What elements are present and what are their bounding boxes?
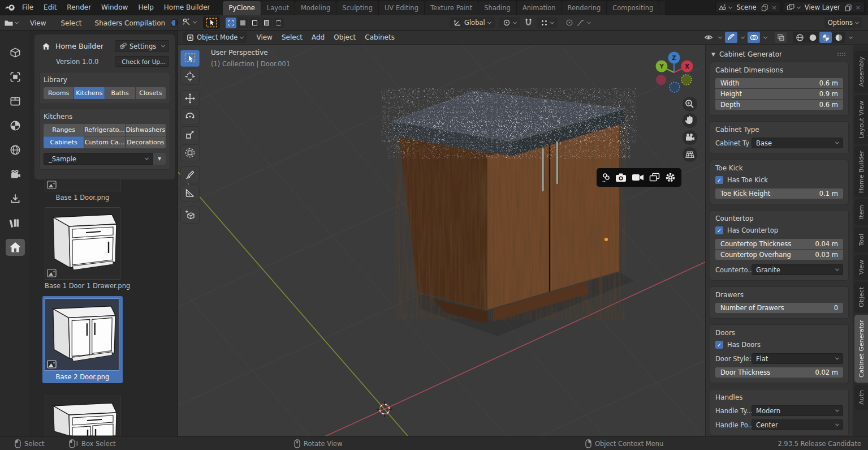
shading-solid-icon[interactable] <box>806 32 819 43</box>
snap-target-dropdown[interactable] <box>537 17 558 28</box>
video-camera-icon[interactable] <box>632 173 644 182</box>
library-icon[interactable] <box>6 215 25 232</box>
tab-tool[interactable]: Tool <box>854 228 868 252</box>
door-style-dropdown[interactable]: Flat <box>752 353 843 364</box>
height-slider[interactable]: Height0.9 m <box>715 89 843 99</box>
tab-cabinet-generator[interactable]: Cabinet Generator <box>854 315 868 383</box>
asset-item-selected[interactable]: Base 2 Door.png <box>42 296 123 383</box>
menu-edit[interactable]: Edit <box>38 3 62 11</box>
select-mode-extend[interactable] <box>237 18 248 28</box>
menu-render[interactable]: Render <box>62 3 96 11</box>
toe-kick-height-slider[interactable]: Toe Kick Height0.1 m <box>715 188 843 199</box>
tab-layout-view[interactable]: Layout View <box>854 95 868 144</box>
workspace-tab-sculpting[interactable]: Sculpting <box>336 1 379 15</box>
shading-wireframe-icon[interactable] <box>793 32 806 43</box>
visibility-dropdown[interactable] <box>716 32 724 43</box>
output-icon[interactable] <box>6 93 25 110</box>
editor-type-button[interactable] <box>4 19 18 27</box>
category-decorations[interactable]: Decorations <box>126 136 166 148</box>
collection-preset-button[interactable]: ▼ <box>153 153 166 165</box>
render-icon[interactable] <box>6 68 25 85</box>
category-custom[interactable]: Custom Ca... <box>84 136 124 148</box>
world-icon[interactable] <box>6 142 25 158</box>
gizmo-dropdown[interactable] <box>739 32 746 43</box>
library-tab-baths[interactable]: Baths <box>105 87 135 99</box>
workspace-tab-texture-paint[interactable]: Texture Paint <box>425 1 478 15</box>
check-update-button[interactable]: Check for Up... <box>115 56 169 67</box>
tool-measure[interactable] <box>180 185 200 202</box>
tool-dropdown[interactable] <box>182 17 196 27</box>
tab-assembly[interactable]: Assembly <box>854 51 868 93</box>
object-visibility-icon[interactable] <box>702 32 715 43</box>
overlays-dropdown[interactable] <box>761 32 769 43</box>
pan-hand-button[interactable] <box>683 113 697 128</box>
library-tab-kitchens[interactable]: Kitchens <box>74 87 104 99</box>
select-mode-set[interactable] <box>226 18 236 28</box>
tool-add-cube[interactable] <box>180 207 200 224</box>
door-thickness-slider[interactable]: Door Thickness0.02 m <box>715 367 843 378</box>
download-icon[interactable] <box>6 190 25 207</box>
panel-header[interactable]: ▼ Cabinet Generator <box>706 45 853 62</box>
workspace-tab-modeling[interactable]: Modeling <box>295 1 336 15</box>
asset-item[interactable]: Base 1 Door.png <box>45 179 120 202</box>
workspace-tab-rendering[interactable]: Rendering <box>562 1 607 15</box>
collection-dropdown[interactable]: _Sample <box>44 153 153 165</box>
workspace-tab-layout[interactable]: Layout <box>261 1 295 15</box>
settings-gear-icon[interactable] <box>665 172 676 183</box>
library-tab-rooms[interactable]: Rooms <box>44 87 74 99</box>
has-countertop-checkbox[interactable]: ✓Has Countertop <box>715 226 843 234</box>
texture-icon[interactable] <box>6 117 25 134</box>
switch-projection-button[interactable] <box>683 147 697 162</box>
scene-selector[interactable]: Scene × <box>715 2 780 13</box>
gizmo-axis-z-neg[interactable] <box>670 82 680 92</box>
select-mode-intersect[interactable] <box>273 18 284 28</box>
movie-camera-icon[interactable] <box>6 166 25 183</box>
camera-view-button[interactable] <box>683 130 697 145</box>
panel-grip-icon[interactable] <box>837 52 847 57</box>
countertop-thickness-slider[interactable]: Countertop Thickness0.04 m <box>715 239 843 249</box>
tool-rotate[interactable] <box>180 108 200 125</box>
show-gizmo-icon[interactable] <box>725 32 737 43</box>
tool-move[interactable] <box>180 90 200 107</box>
workspace-tab-pyclone[interactable]: PyClone <box>223 1 261 15</box>
library-tab-closets[interactable]: Closets <box>136 87 166 99</box>
viewport-menu-object[interactable]: Object <box>329 33 360 41</box>
handle-type-dropdown[interactable]: Modern <box>752 405 843 416</box>
handle-position-dropdown[interactable]: Center <box>752 419 843 430</box>
gizmo-axis-x-neg[interactable] <box>656 75 666 85</box>
asset-item[interactable]: Base 1 Door 1 Drawer.png <box>45 207 120 290</box>
menu-window[interactable]: Window <box>96 3 133 11</box>
tab-view[interactable]: View <box>854 255 868 280</box>
countertop-material-dropdown[interactable]: Granite <box>752 264 843 275</box>
width-slider[interactable]: Width0.6 m <box>715 78 843 88</box>
shading-material-preview-icon[interactable] <box>819 32 832 43</box>
workspace-tab-animation[interactable]: Animation <box>517 1 562 15</box>
viewport-menu-add[interactable]: Add <box>307 33 329 41</box>
snap-magnet-icon[interactable] <box>524 18 533 27</box>
viewport-menu-cabinets[interactable]: Cabinets <box>360 33 399 41</box>
tool-select-box[interactable] <box>180 50 200 67</box>
asset-menu-select[interactable]: Select <box>55 19 87 27</box>
proportional-editing[interactable] <box>562 17 594 28</box>
options-dropdown[interactable]: Options <box>824 17 862 28</box>
link-icon[interactable] <box>602 173 610 183</box>
active-tool-preview[interactable] <box>203 16 220 29</box>
select-mode-subtract[interactable] <box>249 18 260 28</box>
orientation-dropdown[interactable]: Global <box>450 17 495 28</box>
unlink-scene-icon[interactable]: × <box>771 4 778 11</box>
cube-icon[interactable] <box>6 44 25 61</box>
show-overlays-icon[interactable] <box>748 32 760 43</box>
tab-item[interactable]: Item <box>854 199 868 225</box>
home-builder-icon[interactable] <box>6 239 25 256</box>
toggle-xray-icon[interactable] <box>775 32 787 43</box>
tool-cursor[interactable] <box>180 68 200 85</box>
photo-camera-icon[interactable] <box>615 173 627 182</box>
category-ranges[interactable]: Ranges <box>44 124 84 136</box>
new-view-layer-icon[interactable] <box>845 4 852 11</box>
select-mode-invert[interactable] <box>261 18 272 28</box>
new-scene-icon[interactable] <box>761 4 768 11</box>
has-doors-checkbox[interactable]: ✓Has Doors <box>715 341 843 349</box>
copy-screens-icon[interactable] <box>649 173 660 182</box>
tab-object[interactable]: Object <box>854 282 868 312</box>
tab-auth[interactable]: Auth <box>854 385 868 410</box>
